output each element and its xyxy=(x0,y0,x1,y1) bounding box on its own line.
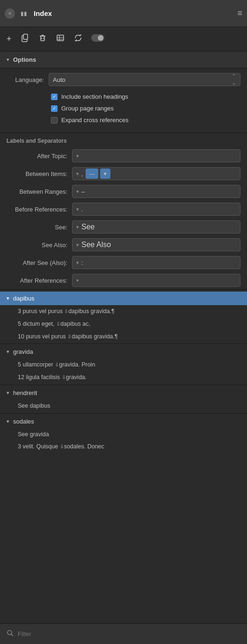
options-body: Language: Auto ⌃⌄ ✓ Include section head… xyxy=(0,68,247,133)
refresh-button[interactable] xyxy=(73,33,83,45)
group-page-ranges-label: Group page ranges xyxy=(61,105,114,112)
options-collapse-arrow: ▾ xyxy=(7,57,9,63)
language-row: Language: Auto ⌃⌄ xyxy=(7,73,240,86)
down-arrow-icon: ⇩ xyxy=(56,320,60,328)
between-ranges-field[interactable]: ▾ – xyxy=(72,185,240,198)
close-button[interactable]: × xyxy=(5,8,15,19)
delete-button[interactable] xyxy=(38,33,47,45)
dapibus-child-3: 10 purus vel purus ⇩dapibus gravida.¶ xyxy=(0,330,247,343)
between-items-btn-2[interactable]: ▾ xyxy=(100,168,110,179)
after-see-label: After See (Also): xyxy=(7,259,72,266)
pause-icon: ▮▮ xyxy=(21,10,27,17)
expand-cross-references-checkbox[interactable] xyxy=(51,117,58,124)
dapibus-child-2: 5 dictum eget, ⇩dapibus ac, xyxy=(0,318,247,330)
before-references-field[interactable]: ▾ . xyxy=(72,203,240,216)
see-also-value: See Also xyxy=(81,241,111,249)
menu-button[interactable]: ≡ xyxy=(237,8,242,18)
expand-cross-references-label: Expand cross references xyxy=(61,117,129,124)
hendrerit-collapse-arrow: ▾ xyxy=(7,390,9,396)
panel-title: Index xyxy=(34,9,237,17)
before-references-label: Before References: xyxy=(7,206,72,213)
down-arrow-icon: ⇩ xyxy=(64,307,68,315)
search-icon xyxy=(7,629,14,638)
between-items-arrow[interactable]: ▾ xyxy=(76,171,79,177)
svg-rect-2 xyxy=(41,36,44,41)
after-topic-field[interactable]: ▾ xyxy=(72,149,240,162)
between-items-label: Between Items: xyxy=(7,170,72,177)
checkmark-icon: ✓ xyxy=(52,106,56,111)
gravida-collapse-arrow: ▾ xyxy=(7,349,9,355)
add-button[interactable]: + xyxy=(7,34,12,44)
close-icon: × xyxy=(8,10,11,17)
sodales-collapse-arrow: ▾ xyxy=(7,418,9,424)
include-section-headings-label: Include section headings xyxy=(61,93,128,100)
between-ranges-label: Between Ranges: xyxy=(7,188,72,195)
see-value: See xyxy=(81,223,94,231)
checkmark-icon: ✓ xyxy=(52,95,56,99)
between-items-controls: — ▾ xyxy=(86,168,110,179)
copy-button[interactable] xyxy=(20,33,29,45)
between-ranges-arrow: ▾ xyxy=(76,189,79,195)
index-entry-gravida-header[interactable]: ▾ gravida xyxy=(0,345,247,359)
dapibus-child-1: 3 purus vel purus ⇩dapibus gravida.¶ xyxy=(0,305,247,318)
before-references-row: Before References: ▾ . xyxy=(0,200,247,218)
after-topic-label: After Topic: xyxy=(7,153,72,160)
options-section-header[interactable]: ▾ Options xyxy=(0,51,247,68)
between-ranges-value: – xyxy=(81,188,85,195)
filter-bar xyxy=(0,623,247,644)
checkbox-row-expand-cross-references: Expand cross references xyxy=(7,114,240,126)
trash-icon xyxy=(38,33,47,45)
before-references-value: . xyxy=(81,206,83,213)
svg-point-12 xyxy=(98,35,103,41)
after-references-field[interactable]: ▾ xyxy=(72,274,240,287)
after-see-field[interactable]: ▾ : xyxy=(72,256,240,269)
after-see-row: After See (Also): ▾ : xyxy=(0,254,247,271)
index-entry-dapibus-header[interactable]: ▾ dapibus xyxy=(0,292,247,305)
see-also-arrow: ▾ xyxy=(76,242,79,248)
language-label: Language: xyxy=(7,76,49,83)
see-also-row: See Also: ▾ See Also xyxy=(0,236,247,254)
svg-line-14 xyxy=(11,634,13,636)
checkbox-row-include-section-headings: ✓ Include section headings xyxy=(7,91,240,102)
gravida-child-2: 12 ligula facilisis ⇩gravida. xyxy=(0,371,247,384)
sodales-label: sodales xyxy=(13,418,34,425)
toggle-button[interactable] xyxy=(91,34,104,44)
toolbar: + xyxy=(0,27,247,51)
hendrerit-label: hendrerit xyxy=(13,389,37,396)
see-row: See: ▾ See xyxy=(0,218,247,236)
after-references-label: After References: xyxy=(7,277,72,284)
options-section-label: Options xyxy=(13,56,36,63)
group-page-ranges-checkbox[interactable]: ✓ xyxy=(51,105,58,112)
after-topic-arrow: ▾ xyxy=(76,153,79,159)
between-ranges-row: Between Ranges: ▾ – xyxy=(0,183,247,200)
index-entries: ▾ dapibus 3 purus vel purus ⇩dapibus gra… xyxy=(0,289,247,455)
see-label: See: xyxy=(7,224,72,231)
dapibus-collapse-arrow: ▾ xyxy=(7,295,9,301)
list-button[interactable] xyxy=(56,33,65,45)
index-entry-sodales-header[interactable]: ▾ sodales xyxy=(0,415,247,428)
svg-rect-7 xyxy=(57,35,64,41)
filter-input[interactable] xyxy=(18,630,240,637)
after-see-value: : xyxy=(81,259,83,266)
see-field[interactable]: ▾ See xyxy=(72,220,240,234)
sodales-child-2: 3 velit. Quisque ⇩sodales. Donec xyxy=(0,440,247,453)
list-icon xyxy=(56,33,65,45)
after-references-arrow: ▾ xyxy=(76,278,79,284)
language-select[interactable]: Auto ⌃⌄ xyxy=(49,73,240,86)
index-entry-hendrerit-header[interactable]: ▾ hendrerit xyxy=(0,386,247,400)
see-also-label: See Also: xyxy=(7,242,72,249)
header: × ▮▮ Index ≡ xyxy=(0,0,247,27)
down-arrow-icon: ⇩ xyxy=(67,333,72,341)
see-also-field[interactable]: ▾ See Also xyxy=(72,238,240,251)
refresh-icon xyxy=(73,33,83,45)
between-items-field: ▾ , — ▾ xyxy=(72,167,240,180)
toggle-icon xyxy=(91,34,104,44)
labels-section-label: Labels and Separators xyxy=(0,133,247,147)
after-references-row: After References: ▾ xyxy=(0,271,247,289)
dapibus-label: dapibus xyxy=(13,295,35,302)
between-items-btn-1[interactable]: — xyxy=(86,168,98,179)
after-topic-row: After Topic: ▾ xyxy=(0,147,247,165)
sodales-child-1: See gravida xyxy=(0,428,247,441)
include-section-headings-checkbox[interactable]: ✓ xyxy=(51,94,58,100)
pause-button[interactable]: ▮▮ xyxy=(19,8,29,19)
